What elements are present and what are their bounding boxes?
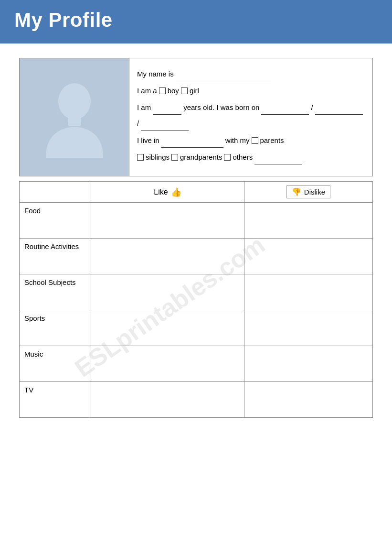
- like-cell-school[interactable]: [91, 274, 244, 310]
- dislike-cell-tv[interactable]: [244, 382, 372, 418]
- svg-point-0: [58, 83, 91, 120]
- col-header-dislike: 👎 Dislike: [244, 182, 372, 203]
- grandparents-checkbox[interactable]: [171, 154, 178, 161]
- age-underline[interactable]: [153, 100, 181, 115]
- parents-checkbox[interactable]: [252, 137, 258, 144]
- category-cell-tv: TV: [20, 382, 91, 418]
- dislike-cell-food[interactable]: [244, 203, 372, 239]
- siblings-checkbox[interactable]: [137, 154, 144, 161]
- table-row: Sports: [20, 310, 373, 346]
- gender-field-line: I am a boy girl: [137, 84, 365, 98]
- others-label: others: [233, 151, 253, 164]
- category-label-sports: Sports: [24, 314, 45, 322]
- category-cell-music: Music: [20, 346, 91, 382]
- category-cell-routine: Routine Activities: [20, 239, 91, 274]
- table-row: Routine Activities: [20, 239, 373, 274]
- category-label-tv: TV: [24, 386, 33, 394]
- age-suffix: years old. I was born on: [183, 101, 259, 115]
- live-suffix: with my: [225, 134, 250, 148]
- svg-rect-1: [68, 117, 81, 126]
- thumbs-up-icon: 👍: [171, 187, 181, 197]
- category-label-routine: Routine Activities: [24, 242, 79, 250]
- girl-label: girl: [190, 84, 199, 98]
- living-with-field-line: siblings grandparents others: [137, 151, 365, 165]
- col-header-category: [20, 182, 91, 203]
- dob-month[interactable]: [315, 100, 363, 115]
- others-checkbox-group: others: [224, 151, 302, 165]
- profile-section: My name is I am a boy girl I am: [19, 58, 373, 176]
- category-label-food: Food: [24, 207, 41, 215]
- like-cell-routine[interactable]: [91, 239, 244, 274]
- table-row: Food: [20, 203, 373, 239]
- dislike-label: Dislike: [304, 188, 325, 196]
- iam-label: I am a: [137, 84, 157, 98]
- siblings-label: siblings: [146, 151, 170, 164]
- profile-fields: My name is I am a boy girl I am: [129, 58, 372, 176]
- age-field-line: I am years old. I was born on / /: [137, 100, 365, 131]
- others-underline[interactable]: [254, 151, 302, 165]
- header: My Profile: [0, 0, 392, 42]
- others-checkbox[interactable]: [224, 154, 231, 161]
- like-cell-sports[interactable]: [91, 310, 244, 346]
- like-label: Like: [154, 188, 168, 196]
- dislike-cell-sports[interactable]: [244, 310, 372, 346]
- page-title: My Profile: [14, 9, 378, 32]
- girl-checkbox-group: girl: [181, 84, 199, 98]
- parents-checkbox-group: parents: [252, 134, 284, 148]
- likes-table: Like 👍 👎 Dislike Food: [19, 181, 373, 418]
- name-field-line: My name is: [137, 67, 365, 81]
- table-row: Music: [20, 346, 373, 382]
- dob-day[interactable]: [261, 100, 309, 115]
- live-label: I live in: [137, 134, 159, 148]
- boy-label: boy: [168, 84, 179, 98]
- name-label: My name is: [137, 67, 174, 81]
- dob-year[interactable]: [141, 117, 189, 131]
- grandparents-label: grandparents: [180, 151, 222, 164]
- col-header-like: Like 👍: [91, 182, 244, 203]
- boy-checkbox[interactable]: [159, 87, 166, 94]
- dislike-cell-school[interactable]: [244, 274, 372, 310]
- category-label-music: Music: [24, 350, 43, 358]
- thumbs-down-icon: 👎: [292, 187, 301, 196]
- girl-checkbox[interactable]: [181, 87, 188, 94]
- avatar-box: [20, 58, 129, 176]
- grandparents-checkbox-group: grandparents: [171, 151, 222, 164]
- live-field-line: I live in with my parents: [137, 133, 365, 148]
- like-cell-music[interactable]: [91, 346, 244, 382]
- boy-checkbox-group: boy: [159, 84, 179, 98]
- like-cell-tv[interactable]: [91, 382, 244, 418]
- siblings-checkbox-group: siblings: [137, 151, 170, 164]
- category-cell-food: Food: [20, 203, 91, 239]
- name-underline[interactable]: [176, 67, 271, 81]
- dislike-cell-routine[interactable]: [244, 239, 372, 274]
- parents-label: parents: [260, 134, 284, 148]
- category-label-school: School Subjects: [24, 278, 76, 286]
- category-cell-school: School Subjects: [20, 274, 91, 310]
- table-row: School Subjects: [20, 274, 373, 310]
- city-underline[interactable]: [161, 133, 223, 148]
- age-label: I am: [137, 101, 151, 115]
- dislike-header-inner: 👎 Dislike: [286, 185, 330, 198]
- dislike-cell-music[interactable]: [244, 346, 372, 382]
- avatar-silhouette: [43, 76, 106, 158]
- category-cell-sports: Sports: [20, 310, 91, 346]
- table-row: TV: [20, 382, 373, 418]
- like-cell-food[interactable]: [91, 203, 244, 239]
